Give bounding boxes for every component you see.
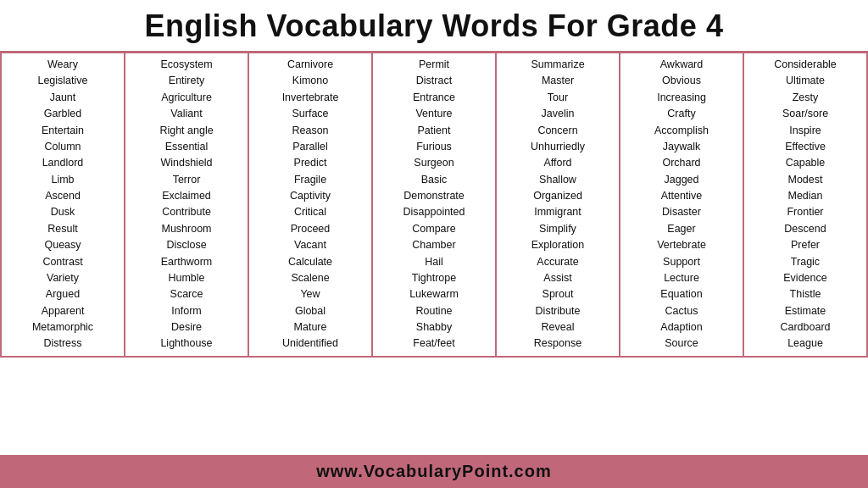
list-item: Equation [660, 286, 702, 302]
list-item: Fragile [294, 172, 326, 188]
list-item: Simplify [539, 221, 576, 237]
list-item: League [787, 336, 823, 352]
list-item: Distract [416, 73, 452, 89]
list-item: Jagged [664, 172, 698, 188]
list-item: Vertebrate [657, 237, 706, 253]
list-item: Estimate [785, 303, 826, 319]
column-7: ConsiderableUltimateZestySoar/soreInspir… [744, 53, 866, 356]
list-item: Master [542, 73, 574, 89]
list-item: Tour [548, 90, 568, 106]
list-item: Parallel [292, 139, 328, 155]
list-item: Disappointed [403, 204, 465, 220]
list-item: Result [47, 221, 77, 237]
footer-url: www.VocabularyPoint.com [316, 462, 552, 480]
column-6: AwkwardObviousIncreasingCraftyAccomplish… [620, 53, 744, 356]
list-item: Surface [292, 106, 328, 122]
list-item: Inspire [789, 123, 821, 139]
list-item: Jaywalk [663, 139, 700, 155]
list-item: Support [663, 254, 700, 270]
list-item: Global [295, 303, 326, 319]
list-item: Basic [421, 172, 448, 188]
list-item: Humble [168, 270, 204, 286]
list-item: Evidence [783, 270, 826, 286]
list-item: Lukewarm [409, 286, 459, 302]
list-item: Proceed [291, 221, 331, 237]
list-item: Furious [416, 139, 452, 155]
list-item: Adaption [660, 319, 702, 336]
list-item: Concern [537, 123, 577, 139]
list-item: Agriculture [161, 90, 212, 106]
list-item: Argued [46, 286, 80, 302]
column-4: PermitDistractEntranceVenturePatientFuri… [373, 53, 497, 356]
list-item: Javelin [542, 106, 575, 122]
list-item: Afford [543, 155, 571, 171]
list-item: Captivity [290, 188, 331, 204]
list-item: Response [534, 336, 581, 352]
list-item: Landlord [42, 155, 84, 171]
list-item: Disclose [166, 237, 206, 253]
list-item: Source [665, 336, 698, 352]
list-item: Soar/sore [782, 106, 828, 122]
list-item: Jaunt [50, 90, 76, 106]
list-item: Surgeon [414, 155, 453, 171]
list-item: Crafty [667, 106, 695, 122]
column-2: EcosystemEntiretyAgricultureValiantRight… [125, 53, 249, 356]
list-item: Exclaimed [162, 188, 211, 204]
list-item: Patient [418, 123, 451, 139]
list-item: Increasing [657, 90, 706, 106]
list-item: Tragic [791, 254, 820, 270]
list-item: Ultimate [786, 73, 825, 89]
list-item: Entirety [169, 73, 204, 89]
list-item: Orchard [662, 155, 700, 171]
list-item: Compare [412, 221, 455, 237]
list-item: Right angle [159, 123, 213, 139]
list-item: Assist [543, 270, 571, 286]
list-item: Shabby [416, 319, 452, 336]
list-item: Essential [165, 139, 209, 155]
list-item: Metamorphic [32, 319, 93, 336]
list-item: Permit [419, 57, 449, 73]
list-item: Predict [294, 155, 327, 171]
list-item: Prefer [791, 237, 820, 253]
list-item: Column [44, 139, 81, 155]
list-item: Effective [785, 139, 826, 155]
list-item: Variety [47, 270, 79, 286]
list-item: Summarize [531, 57, 584, 73]
list-item: Organized [533, 188, 582, 204]
list-item: Considerable [774, 57, 837, 73]
list-item: Accomplish [654, 123, 709, 139]
list-item: Hail [425, 254, 443, 270]
list-item: Contrast [42, 254, 82, 270]
list-item: Earthworm [161, 254, 212, 270]
list-item: Ecosystem [160, 57, 212, 73]
column-3: CarnivoreKimonoInvertebrateSurfaceReason… [249, 53, 373, 356]
list-item: Terror [173, 172, 201, 188]
list-item: Mushroom [161, 221, 211, 237]
list-item: Disaster [662, 204, 701, 220]
list-item: Reveal [542, 319, 575, 336]
list-item: Feat/feet [413, 336, 454, 352]
list-item: Legislative [37, 73, 87, 89]
list-item: Windshield [160, 155, 212, 171]
list-item: Routine [415, 303, 452, 319]
list-item: Lecture [664, 270, 699, 286]
list-item: Scarce [170, 286, 203, 302]
list-item: Apparent [42, 303, 85, 319]
list-item: Weary [47, 57, 78, 73]
list-item: Capable [786, 155, 826, 171]
list-item: Exploration [531, 237, 585, 253]
list-item: Kimono [292, 73, 328, 89]
list-item: Zesty [793, 90, 819, 106]
list-item: Contribute [162, 204, 211, 220]
list-item: Sprout [542, 286, 574, 302]
list-item: Distribute [536, 303, 581, 319]
list-item: Calculate [288, 254, 332, 270]
list-item: Awkward [660, 57, 703, 73]
page-title: English Vocabulary Words For Grade 4 [0, 8, 868, 44]
list-item: Inform [171, 303, 201, 319]
list-item: Shallow [539, 172, 576, 188]
list-item: Chamber [412, 237, 455, 253]
list-item: Yew [300, 286, 320, 302]
list-item: Ascend [45, 188, 81, 204]
list-item: Vacant [294, 237, 326, 253]
